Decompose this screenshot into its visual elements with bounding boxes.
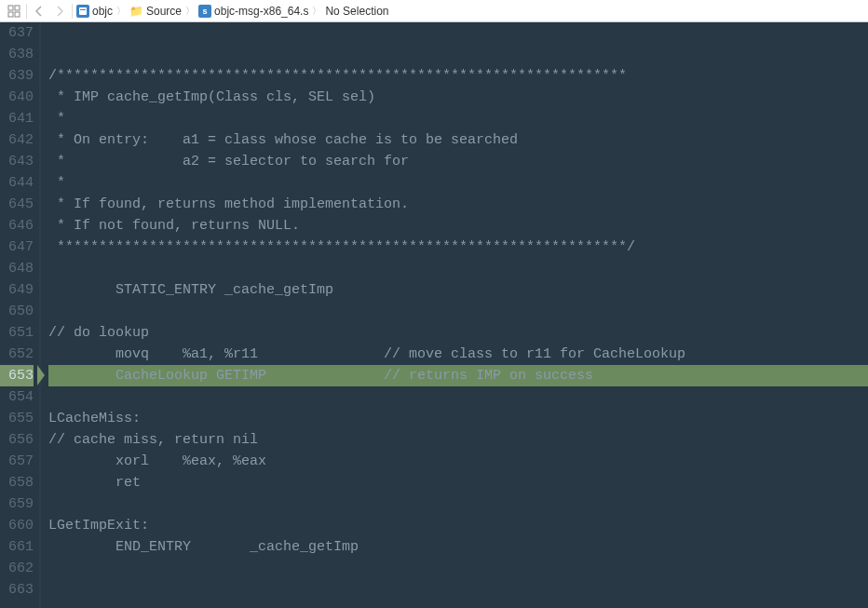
line-gutter: 6376386396406416426436446456466476486496… [0,22,41,608]
code-line[interactable] [48,493,868,515]
line-number: 644 [0,172,34,194]
code-line[interactable]: LGetImpExit: [48,515,868,536]
code-line[interactable]: * a2 = selector to search for [48,151,868,172]
line-number: 642 [0,129,34,151]
back-button[interactable] [29,1,49,21]
line-number: 648 [0,258,34,279]
line-number: 643 [0,151,34,172]
code-line[interactable]: ****************************************… [48,236,868,258]
code-line[interactable]: // do lookup [48,322,868,344]
line-number: 660 [0,515,34,536]
line-number: 650 [0,301,34,322]
chevron-right-icon: 〉 [312,5,321,18]
code-line[interactable]: STATIC_ENTRY _cache_getImp [48,279,868,301]
chevron-right-icon: 〉 [116,5,126,18]
code-line[interactable] [48,386,868,408]
code-area[interactable]: /***************************************… [41,22,868,608]
toolbar: objc 〉 📁 Source 〉 s objc-msg-x86_64.s 〉 … [0,0,868,22]
line-number: 639 [0,65,34,87]
code-line[interactable]: END_ENTRY _cache_getImp [48,536,868,558]
forward-button[interactable] [49,1,70,21]
line-number: 640 [0,87,34,108]
code-line[interactable] [48,22,868,44]
svg-rect-2 [8,12,13,17]
code-line[interactable] [48,301,868,322]
svg-rect-5 [80,9,86,10]
line-number: 655 [0,408,34,429]
line-number: 641 [0,108,34,129]
breadcrumb-label: objc [92,5,113,18]
code-line[interactable]: * IMP cache_getImp(Class cls, SEL sel) [48,87,868,108]
code-line[interactable] [48,558,868,579]
chevron-right-icon: 〉 [185,5,195,18]
line-number: 637 [0,22,34,44]
line-number: 653 [0,365,34,386]
code-line[interactable]: // cache miss, return nil [48,429,868,451]
separator [26,4,27,19]
code-line[interactable]: * On entry: a1 = class whose cache is to… [48,129,868,151]
breadcrumb-file[interactable]: s objc-msg-x86_64.s [197,5,310,18]
related-items-icon[interactable] [4,1,24,21]
code-line[interactable]: * If not found, returns NULL. [48,215,868,236]
line-number: 646 [0,215,34,236]
line-number: 663 [0,579,34,601]
file-icon: s [198,5,211,18]
svg-rect-3 [15,12,20,17]
folder-icon: 📁 [129,5,143,18]
breadcrumb-folder[interactable]: 📁 Source [128,5,183,18]
code-line[interactable] [48,44,868,65]
line-number: 656 [0,429,34,451]
svg-rect-0 [8,6,13,10]
line-number: 662 [0,558,34,579]
code-line[interactable]: movq %a1, %r11 // move class to r11 for … [48,344,868,365]
separator [72,4,73,19]
code-line[interactable] [48,258,868,279]
line-number: 652 [0,344,34,365]
breadcrumb-label: No Selection [325,5,388,18]
breadcrumb-selection[interactable]: No Selection [323,5,390,18]
line-number: 647 [0,236,34,258]
code-line[interactable]: CacheLookup GETIMP // returns IMP on suc… [48,365,868,386]
code-line[interactable]: * [48,108,868,129]
line-number: 649 [0,279,34,301]
code-editor[interactable]: 6376386396406416426436446456466476486496… [0,22,868,608]
code-line[interactable]: ret [48,472,868,493]
line-number: 661 [0,536,34,558]
code-line[interactable]: xorl %eax, %eax [48,451,868,472]
line-number: 659 [0,493,34,515]
line-number: 658 [0,472,34,493]
line-number: 654 [0,386,34,408]
code-line[interactable]: LCacheMiss: [48,408,868,429]
line-number: 645 [0,194,34,215]
line-number: 638 [0,44,34,65]
code-line[interactable] [48,579,868,601]
code-line[interactable]: * If found, returns method implementatio… [48,194,868,215]
breadcrumb-project[interactable]: objc [75,5,115,18]
code-line[interactable]: /***************************************… [48,65,868,87]
code-line[interactable]: * [48,172,868,194]
svg-rect-4 [79,7,87,15]
project-icon [76,5,89,18]
line-number: 657 [0,451,34,472]
svg-rect-1 [15,6,20,10]
breadcrumb-label: objc-msg-x86_64.s [214,5,308,18]
breadcrumb: objc 〉 📁 Source 〉 s objc-msg-x86_64.s 〉 … [75,5,390,18]
breadcrumb-label: Source [146,5,182,18]
line-number: 651 [0,322,34,344]
